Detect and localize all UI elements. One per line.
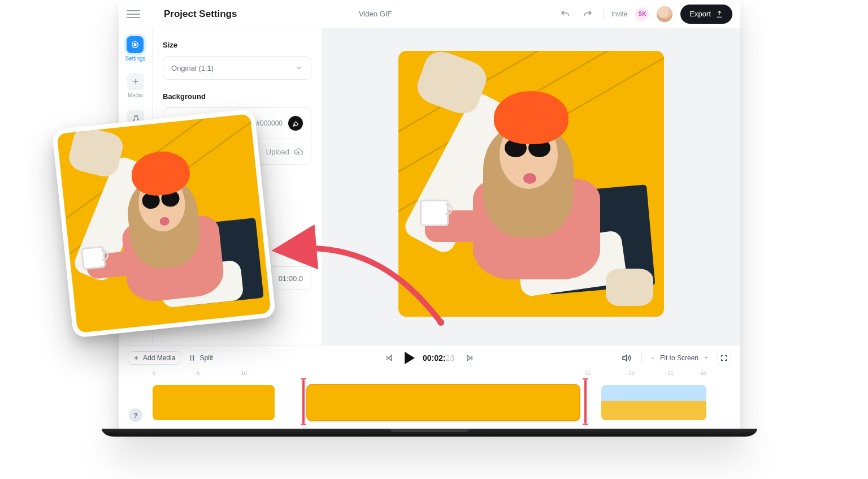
split-icon [188, 354, 196, 362]
ruler-mark: 10 [241, 370, 247, 376]
timecode-frames: 23 [445, 353, 454, 363]
divider [641, 352, 642, 364]
timeline-toolbar: Add Media Split 00:02:23 [119, 346, 740, 370]
redo-icon[interactable] [580, 7, 595, 21]
zoom-out-button[interactable]: − [650, 354, 654, 362]
target-icon [127, 36, 144, 53]
rail-item-media[interactable]: Media [127, 73, 144, 98]
rail-label: Media [128, 92, 143, 98]
menu-icon[interactable] [127, 7, 140, 21]
user-initials-badge[interactable]: SK [635, 7, 649, 21]
upload-cloud-icon [294, 147, 303, 156]
ruler-mark: 5 [197, 370, 199, 376]
help-button[interactable]: ? [129, 408, 142, 422]
add-media-label: Add Media [143, 354, 175, 362]
illustration [57, 114, 271, 333]
export-label: Export [689, 10, 711, 18]
panel-title: Project Settings [164, 8, 237, 20]
document-name[interactable]: Video GIF [359, 10, 392, 18]
timeline-clip[interactable] [153, 385, 275, 420]
trim-handle-right[interactable] [584, 379, 587, 424]
timecode: 00:02:23 [423, 353, 454, 363]
ruler-mark: 60 [701, 370, 706, 376]
add-media-button[interactable]: Add Media [128, 351, 180, 365]
timeline-clip[interactable] [601, 385, 706, 420]
timecode-main: 00:02: [423, 353, 445, 363]
illustration [398, 51, 664, 317]
ruler-mark: 45 [584, 370, 590, 376]
play-button[interactable] [405, 352, 415, 364]
topbar: Project Settings Video GIF Invite SK Exp… [119, 0, 740, 28]
background-heading: Background [163, 92, 311, 101]
bg-color-hex: #000000 [256, 119, 283, 127]
zoom-in-button[interactable]: + [704, 354, 708, 362]
topbar-right: Invite SK Export [558, 5, 732, 24]
laptop-base [102, 429, 757, 437]
split-label: Split [199, 354, 212, 362]
plus-icon [127, 73, 144, 90]
export-button[interactable]: Export [680, 5, 732, 24]
split-button[interactable]: Split [188, 352, 212, 364]
paint-bucket-icon [292, 119, 300, 127]
timeline-ruler[interactable]: 0 5 10 45 50 55 60 [153, 370, 706, 379]
zoom-control: − Fit to Screen + [650, 353, 709, 363]
size-value: Original (1:1) [171, 64, 214, 72]
chevron-down-icon [295, 64, 303, 72]
avatar[interactable] [657, 6, 672, 22]
skip-forward-icon[interactable] [462, 351, 477, 365]
timeline-clip-selected[interactable] [307, 385, 579, 420]
duration-value: 01:00.0 [279, 274, 303, 283]
invite-label[interactable]: Invite [611, 10, 628, 18]
undo-icon[interactable] [558, 7, 572, 21]
volume-icon[interactable] [619, 351, 633, 365]
color-picker-chip[interactable] [288, 116, 303, 131]
ruler-mark: 0 [153, 370, 155, 376]
plus-icon [133, 355, 140, 361]
floating-thumbnail [52, 109, 276, 338]
timeline: Add Media Split 00:02:23 [119, 345, 740, 430]
divider [603, 8, 604, 20]
timeline-right-controls: − Fit to Screen + [619, 351, 731, 365]
ruler-mark: 55 [667, 370, 673, 376]
playback-controls: 00:02:23 [382, 351, 477, 365]
fit-label[interactable]: Fit to Screen [660, 354, 698, 362]
svg-point-1 [134, 44, 136, 46]
rail-label: Settings [125, 55, 145, 62]
skip-back-icon[interactable] [382, 351, 397, 365]
trim-handle-left[interactable] [302, 379, 305, 424]
ruler-mark: 50 [629, 370, 635, 376]
size-select[interactable]: Original (1:1) [163, 56, 311, 80]
size-heading: Size [163, 41, 311, 49]
timeline-tracks[interactable] [153, 382, 706, 424]
rail-item-settings[interactable]: Settings [125, 36, 145, 62]
media-preview[interactable] [398, 51, 664, 317]
upload-label: Upload [266, 148, 289, 156]
canvas[interactable] [322, 28, 740, 345]
fullscreen-icon[interactable] [717, 351, 731, 365]
